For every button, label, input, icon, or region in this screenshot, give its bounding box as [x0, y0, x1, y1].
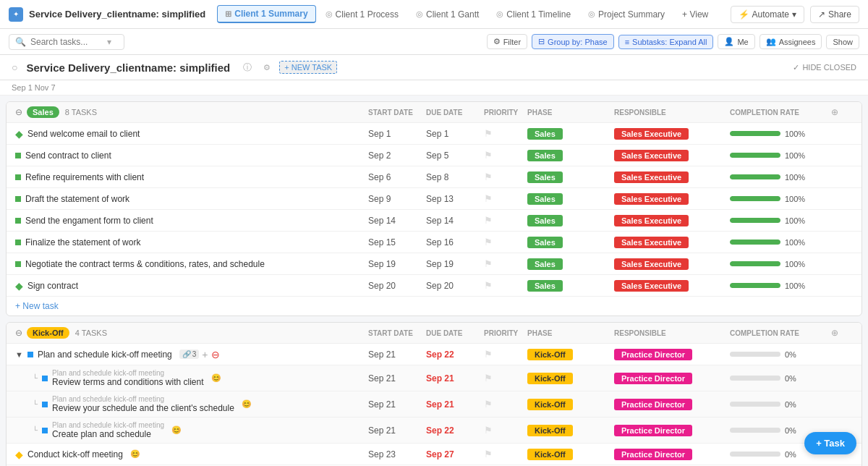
tab-summary-icon: ◎ [588, 9, 595, 19]
search-chevron-icon: ▾ [107, 37, 111, 47]
automate-icon: ⚡ [739, 9, 749, 20]
subtask-connector-icon: └ [33, 400, 38, 408]
kickoff-badge: Kick-Off [27, 327, 69, 339]
priority-flag: ⚑ [484, 349, 527, 360]
group-by-button[interactable]: ⊟ Group by: Phase [532, 34, 614, 49]
tab-project-summary[interactable]: ◎ Project Summary [580, 6, 673, 23]
new-task-button[interactable]: + NEW TASK [279, 61, 337, 74]
phase-badge: Kick-Off [527, 373, 573, 384]
subtask-count: 🔗 3 [179, 350, 200, 359]
subtask-connector-icon: └ [33, 374, 38, 382]
sales-task-count: 8 TASKS [65, 108, 97, 116]
section-kickoff: ⊖ Kick-Off 4 TASKS START DATE DUE DATE P… [6, 322, 862, 466]
section-header-sales: ⊖ Sales 8 TASKS START DATE DUE DATE PRIO… [7, 102, 861, 123]
search-box[interactable]: 🔍 ▾ [9, 34, 124, 50]
square-icon [15, 196, 21, 202]
project-title: Service Delivery_clientname: simplified [29, 9, 205, 20]
task-icons: 🔗 3 + ⊖ [179, 349, 220, 360]
kickoff-toggle[interactable]: ⊖ [15, 328, 22, 338]
phase-badge: Sales [527, 237, 563, 248]
assignees-button[interactable]: 👥 Assignees [760, 34, 822, 49]
add-task-sales[interactable]: + New task [7, 297, 861, 315]
subtask-emoji: 😊 [242, 399, 252, 409]
sales-toggle[interactable]: ⊖ [15, 107, 22, 117]
priority-flag: ⚑ [484, 128, 527, 139]
priority-flag: ⚑ [484, 237, 527, 247]
phase-badge: Kick-Off [527, 349, 573, 360]
phase-badge: Kick-Off [527, 425, 573, 436]
task-emoji: 😊 [130, 449, 140, 459]
nav-right: ⚡ Automate ▾ ↗ Share [731, 6, 859, 23]
remove-icon[interactable]: ⊖ [211, 349, 220, 360]
floating-add-task-button[interactable]: + Task [804, 432, 856, 454]
responsible-badge: Sales Executive [614, 128, 689, 140]
tab-client1-process[interactable]: ◎ Client 1 Process [318, 6, 407, 23]
kickoff-add-col-icon[interactable]: ⊕ [831, 328, 853, 338]
task-row: Send the engament form to client Sep 14 … [7, 210, 861, 232]
automate-chevron-icon: ▾ [792, 9, 796, 20]
tab-client1-gantt[interactable]: ◎ Client 1 Gantt [408, 6, 487, 23]
priority-flag: ⚑ [484, 280, 527, 291]
col-phase-sales: PHASE [527, 109, 614, 116]
search-input[interactable] [30, 37, 103, 47]
responsible-badge: Practice Director [614, 399, 692, 410]
subtask-icon: 🔗 [182, 350, 191, 358]
phase-badge: Sales [527, 193, 563, 205]
share-button[interactable]: ↗ Share [810, 6, 859, 23]
priority-flag: ⚑ [484, 258, 527, 269]
share-icon: ↗ [818, 9, 825, 20]
responsible-badge: Sales Executive [614, 258, 689, 270]
task-row: Send contract to client Sep 2 Sep 5 ⚑ Sa… [7, 145, 861, 166]
diamond-icon: ◆ [15, 449, 23, 460]
responsible-badge: Sales Executive [614, 150, 689, 161]
main-content: ○ Service Delivery_clientname: simplifie… [0, 55, 868, 466]
responsible-badge: Sales Executive [614, 171, 689, 183]
square-icon [15, 174, 21, 180]
add-subtask-icon[interactable]: + [202, 349, 208, 360]
square-icon [15, 153, 21, 158]
me-button[interactable]: 👤 Me [718, 34, 754, 49]
phase-badge: Sales [527, 150, 563, 161]
priority-flag: ⚑ [484, 373, 527, 384]
show-button[interactable]: Show [826, 35, 859, 49]
col-due-date-sales: DUE DATE [426, 109, 484, 116]
section-sales: ⊖ Sales 8 TASKS START DATE DUE DATE PRIO… [6, 101, 862, 316]
project-collapse-icon[interactable]: ○ [12, 62, 17, 73]
task-row: ◆ Conduct kick-off meeting 😊 Sep 23 Sep … [7, 444, 861, 465]
subtasks-button[interactable]: ≡ Subtasks: Expand All [618, 35, 714, 49]
progress-bar-fill [730, 131, 780, 136]
col-completion-sales: COMPLETION RATE [730, 109, 831, 116]
responsible-badge: Practice Director [614, 373, 692, 384]
responsible-badge: Sales Executive [614, 280, 689, 292]
responsible-badge: Practice Director [614, 425, 692, 436]
task-row: Draft the statement of work Sep 9 Sep 13… [7, 188, 861, 210]
phase-badge: Sales [527, 171, 563, 183]
filter-icon: ⚙ [493, 37, 501, 46]
sales-add-col-icon[interactable]: ⊕ [831, 107, 853, 117]
task-row: Negotiate the contract terms & condition… [7, 253, 861, 275]
task-name-cell: ◆ Send welcome email to client [15, 128, 368, 140]
task-row-subtask: └ Plan and schedule kick-off meeting Rev… [7, 365, 861, 391]
automate-button[interactable]: ⚡ Automate ▾ [731, 6, 804, 23]
filter-button[interactable]: ⚙ Filter [487, 34, 527, 49]
phase-badge: Kick-Off [527, 399, 573, 410]
hide-closed-button[interactable]: ✓ HIDE CLOSED [793, 63, 856, 72]
priority-flag: ⚑ [484, 399, 527, 410]
subtask-connector-icon: └ [33, 426, 38, 434]
me-icon: 👤 [724, 37, 734, 46]
search-icon: 🔍 [15, 37, 26, 47]
tab-client1-summary[interactable]: ⊞ Client 1 Summary [217, 5, 315, 23]
subtasks-icon: ≡ [625, 38, 629, 46]
priority-flag: ⚑ [484, 171, 527, 182]
tab-bar: ⊞ Client 1 Summary ◎ Client 1 Process ◎ … [217, 5, 724, 23]
subtask-emoji: 😊 [171, 425, 182, 435]
group-icon: ⊟ [538, 37, 545, 46]
square-icon [15, 218, 21, 224]
square-icon [42, 428, 48, 433]
expand-icon[interactable]: ▼ [15, 350, 23, 359]
square-icon [42, 402, 48, 407]
tab-client1-timeline[interactable]: ◎ Client 1 Timeline [488, 6, 579, 23]
tab-gantt-icon: ◎ [416, 9, 423, 19]
square-icon [27, 352, 33, 357]
tab-add-view[interactable]: + View [674, 6, 716, 23]
